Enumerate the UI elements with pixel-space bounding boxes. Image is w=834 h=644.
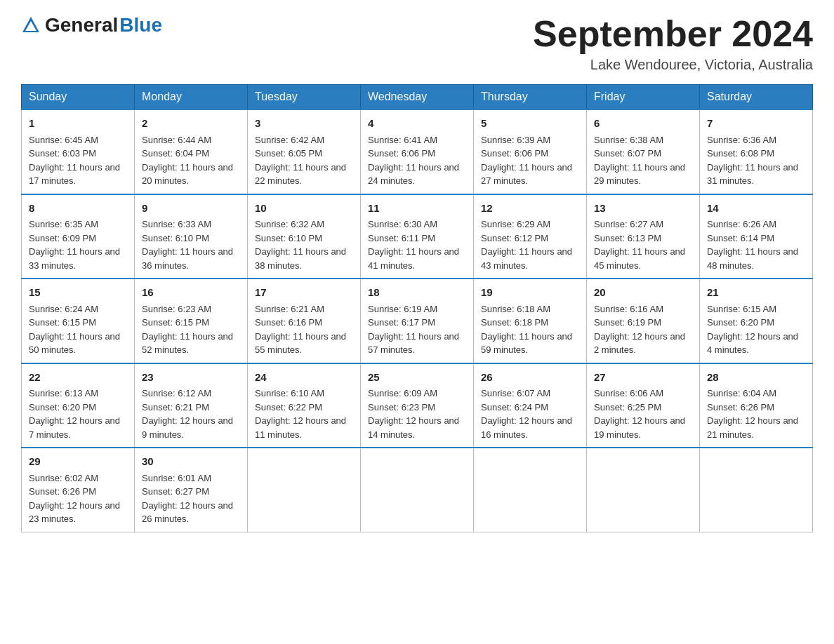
calendar-cell: 8Sunrise: 6:35 AMSunset: 6:09 PMDaylight… [22,194,135,279]
day-info: Sunrise: 6:18 AMSunset: 6:18 PMDaylight:… [481,302,579,357]
calendar-cell: 20Sunrise: 6:16 AMSunset: 6:19 PMDayligh… [587,279,700,363]
calendar-cell: 4Sunrise: 6:41 AMSunset: 6:06 PMDaylight… [361,109,474,194]
day-info: Sunrise: 6:15 AMSunset: 6:20 PMDaylight:… [707,302,805,357]
calendar-cell [474,448,587,532]
calendar-cell: 5Sunrise: 6:39 AMSunset: 6:06 PMDaylight… [474,109,587,194]
day-number: 29 [29,454,127,470]
calendar-cell: 12Sunrise: 6:29 AMSunset: 6:12 PMDayligh… [474,194,587,279]
calendar-cell [361,448,474,532]
calendar-cell: 26Sunrise: 6:07 AMSunset: 6:24 PMDayligh… [474,363,587,448]
calendar-week-1: 1Sunrise: 6:45 AMSunset: 6:03 PMDaylight… [22,109,813,194]
calendar-cell: 6Sunrise: 6:38 AMSunset: 6:07 PMDaylight… [587,109,700,194]
calendar-cell: 10Sunrise: 6:32 AMSunset: 6:10 PMDayligh… [248,194,361,279]
day-info: Sunrise: 6:26 AMSunset: 6:14 PMDaylight:… [707,217,805,272]
calendar-week-4: 22Sunrise: 6:13 AMSunset: 6:20 PMDayligh… [22,363,813,448]
day-info: Sunrise: 6:42 AMSunset: 6:05 PMDaylight:… [255,133,353,188]
day-number: 8 [29,201,127,217]
calendar-week-2: 8Sunrise: 6:35 AMSunset: 6:09 PMDaylight… [22,194,813,279]
location-subtitle: Lake Wendouree, Victoria, Australia [533,57,813,73]
day-info: Sunrise: 6:10 AMSunset: 6:22 PMDaylight:… [255,387,353,441]
calendar-cell: 27Sunrise: 6:06 AMSunset: 6:25 PMDayligh… [587,363,700,448]
col-thursday: Thursday [474,85,587,110]
day-number: 25 [368,370,466,386]
day-info: Sunrise: 6:45 AMSunset: 6:03 PMDaylight:… [29,133,127,188]
day-info: Sunrise: 6:27 AMSunset: 6:13 PMDaylight:… [594,217,692,272]
day-info: Sunrise: 6:02 AMSunset: 6:26 PMDaylight:… [29,471,127,526]
calendar-cell: 21Sunrise: 6:15 AMSunset: 6:20 PMDayligh… [700,279,813,363]
col-monday: Monday [135,85,248,110]
calendar-cell: 7Sunrise: 6:36 AMSunset: 6:08 PMDaylight… [700,109,813,194]
day-number: 27 [594,370,692,386]
calendar-table: Sunday Monday Tuesday Wednesday Thursday… [21,84,813,532]
day-info: Sunrise: 6:04 AMSunset: 6:26 PMDaylight:… [707,387,805,441]
day-number: 1 [29,116,127,132]
day-info: Sunrise: 6:09 AMSunset: 6:23 PMDaylight:… [368,387,466,441]
calendar-cell: 23Sunrise: 6:12 AMSunset: 6:21 PMDayligh… [135,363,248,448]
day-info: Sunrise: 6:39 AMSunset: 6:06 PMDaylight:… [481,133,579,188]
day-info: Sunrise: 6:35 AMSunset: 6:09 PMDaylight:… [29,217,127,272]
calendar-cell: 3Sunrise: 6:42 AMSunset: 6:05 PMDaylight… [248,109,361,194]
day-number: 17 [255,285,353,301]
calendar-week-5: 29Sunrise: 6:02 AMSunset: 6:26 PMDayligh… [22,448,813,532]
calendar-cell: 16Sunrise: 6:23 AMSunset: 6:15 PMDayligh… [135,279,248,363]
col-friday: Friday [587,85,700,110]
day-info: Sunrise: 6:12 AMSunset: 6:21 PMDaylight:… [142,387,240,441]
day-number: 14 [707,201,805,217]
col-tuesday: Tuesday [248,85,361,110]
calendar-cell: 30Sunrise: 6:01 AMSunset: 6:27 PMDayligh… [135,448,248,532]
calendar-cell: 29Sunrise: 6:02 AMSunset: 6:26 PMDayligh… [22,448,135,532]
day-number: 11 [368,201,466,217]
day-number: 12 [481,201,579,217]
logo-icon [21,15,41,35]
day-info: Sunrise: 6:33 AMSunset: 6:10 PMDaylight:… [142,217,240,272]
day-info: Sunrise: 6:19 AMSunset: 6:17 PMDaylight:… [368,302,466,357]
day-number: 28 [707,370,805,386]
calendar-cell: 15Sunrise: 6:24 AMSunset: 6:15 PMDayligh… [22,279,135,363]
col-wednesday: Wednesday [361,85,474,110]
calendar-cell: 25Sunrise: 6:09 AMSunset: 6:23 PMDayligh… [361,363,474,448]
day-info: Sunrise: 6:13 AMSunset: 6:20 PMDaylight:… [29,387,127,441]
calendar-cell: 18Sunrise: 6:19 AMSunset: 6:17 PMDayligh… [361,279,474,363]
day-number: 21 [707,285,805,301]
day-number: 18 [368,285,466,301]
day-info: Sunrise: 6:01 AMSunset: 6:27 PMDaylight:… [142,471,240,526]
month-title: September 2024 [533,14,813,54]
calendar-cell [587,448,700,532]
day-number: 6 [594,116,692,132]
day-number: 5 [481,116,579,132]
day-info: Sunrise: 6:44 AMSunset: 6:04 PMDaylight:… [142,133,240,188]
calendar-cell: 24Sunrise: 6:10 AMSunset: 6:22 PMDayligh… [248,363,361,448]
day-number: 3 [255,116,353,132]
day-info: Sunrise: 6:41 AMSunset: 6:06 PMDaylight:… [368,133,466,188]
day-number: 2 [142,116,240,132]
calendar-cell: 19Sunrise: 6:18 AMSunset: 6:18 PMDayligh… [474,279,587,363]
day-number: 10 [255,201,353,217]
day-number: 7 [707,116,805,132]
day-info: Sunrise: 6:21 AMSunset: 6:16 PMDaylight:… [255,302,353,357]
col-saturday: Saturday [700,85,813,110]
day-number: 26 [481,370,579,386]
day-number: 9 [142,201,240,217]
day-info: Sunrise: 6:32 AMSunset: 6:10 PMDaylight:… [255,217,353,272]
logo: General Blue [21,14,162,36]
calendar-cell: 13Sunrise: 6:27 AMSunset: 6:13 PMDayligh… [587,194,700,279]
day-info: Sunrise: 6:23 AMSunset: 6:15 PMDaylight:… [142,302,240,357]
calendar-cell: 2Sunrise: 6:44 AMSunset: 6:04 PMDaylight… [135,109,248,194]
day-info: Sunrise: 6:06 AMSunset: 6:25 PMDaylight:… [594,387,692,441]
day-number: 23 [142,370,240,386]
day-number: 19 [481,285,579,301]
col-sunday: Sunday [22,85,135,110]
day-info: Sunrise: 6:16 AMSunset: 6:19 PMDaylight:… [594,302,692,357]
day-number: 30 [142,454,240,470]
day-number: 22 [29,370,127,386]
calendar-cell: 14Sunrise: 6:26 AMSunset: 6:14 PMDayligh… [700,194,813,279]
logo-blue-text: Blue [119,14,162,36]
day-number: 13 [594,201,692,217]
day-number: 4 [368,116,466,132]
calendar-cell: 28Sunrise: 6:04 AMSunset: 6:26 PMDayligh… [700,363,813,448]
day-info: Sunrise: 6:38 AMSunset: 6:07 PMDaylight:… [594,133,692,188]
calendar-cell [700,448,813,532]
calendar-cell: 9Sunrise: 6:33 AMSunset: 6:10 PMDaylight… [135,194,248,279]
calendar-cell: 1Sunrise: 6:45 AMSunset: 6:03 PMDaylight… [22,109,135,194]
day-info: Sunrise: 6:30 AMSunset: 6:11 PMDaylight:… [368,217,466,272]
